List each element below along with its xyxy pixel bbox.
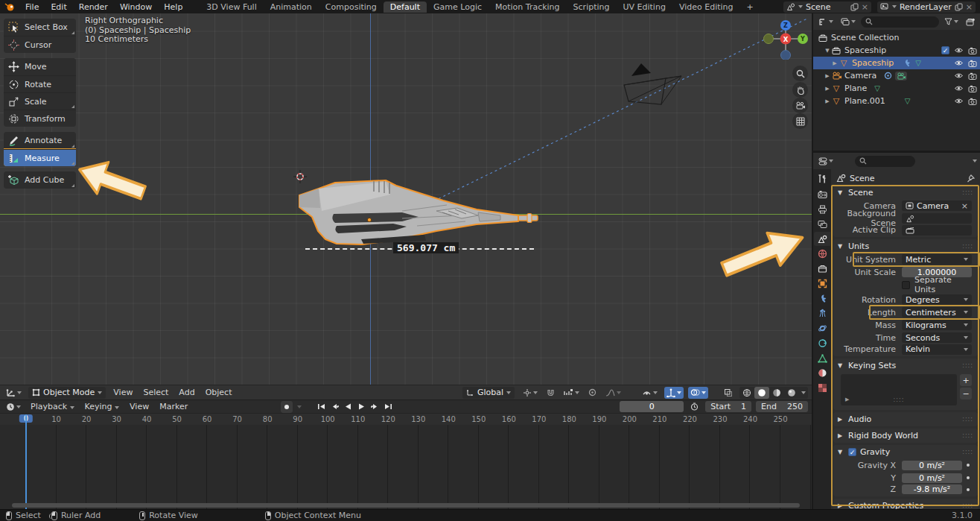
panel-rigid-header[interactable]: ▶ Rigid Body World ::::	[833, 429, 978, 443]
mass-dropdown[interactable]: Kilograms	[902, 320, 972, 330]
shading-wireframe-button[interactable]	[739, 387, 754, 399]
start-frame-field[interactable]: Start 1	[705, 401, 751, 412]
animate-gravity-z-button[interactable]	[964, 488, 972, 491]
hide-eye-icon[interactable]	[954, 98, 964, 104]
menu-help[interactable]: Help	[159, 1, 188, 13]
disclosure-icon[interactable]: ▶	[824, 98, 831, 104]
tab-object[interactable]	[814, 277, 830, 291]
menu-file[interactable]: File	[20, 1, 44, 13]
outliner-row-plane[interactable]: ▶ ▽ Plane ▽	[813, 82, 980, 95]
tab-default[interactable]: Default	[384, 1, 427, 13]
gizmo-z-neg-axis[interactable]	[781, 51, 791, 60]
timeline-editor-type-button[interactable]	[4, 401, 23, 413]
outliner-filter-button[interactable]	[942, 16, 961, 28]
tab-object-data[interactable]	[814, 351, 830, 365]
properties-search-input[interactable]	[855, 156, 915, 167]
playhead[interactable]	[25, 414, 27, 509]
outliner-row-spaceship-object[interactable]: ▶ ▽ Spaceship ▽	[813, 57, 980, 69]
render-layer-selector[interactable]: RenderLayer ×	[877, 1, 976, 13]
tool-transform[interactable]: Transform	[4, 110, 76, 127]
next-keyframe-button[interactable]	[369, 401, 381, 412]
scene-selector[interactable]: Scene ×	[783, 1, 871, 13]
disclosure-icon[interactable]: ▼	[824, 48, 831, 54]
mode-selector[interactable]: Object Mode	[28, 387, 106, 399]
shading-solid-button[interactable]	[754, 387, 769, 399]
transform-orientation-selector[interactable]: Global	[462, 387, 515, 399]
tool-scale[interactable]: Scale	[4, 92, 76, 110]
panel-custom-header[interactable]: ▶ Custom Properties ::::	[833, 499, 978, 509]
overlays-toggle-button[interactable]	[688, 387, 708, 399]
menu-view[interactable]: View	[110, 388, 136, 397]
tool-cursor[interactable]: Cursor	[4, 36, 76, 53]
properties-options-dropdown[interactable]	[973, 160, 977, 162]
new-collection-button[interactable]	[964, 16, 977, 28]
tab-physics[interactable]	[814, 321, 830, 335]
tab-game-logic[interactable]: Game Logic	[427, 1, 489, 13]
panel-gravity-header[interactable]: ▼ ✓ Gravity ::::	[833, 445, 978, 459]
menu-edit[interactable]: Edit	[45, 1, 71, 13]
outliner-row-scene-collection[interactable]: Scene Collection	[813, 31, 980, 44]
tool-annotate[interactable]: Annotate	[4, 132, 76, 149]
tool-measure[interactable]: Measure	[4, 149, 76, 166]
gravity-y-field[interactable]: 0 m/s²	[902, 473, 962, 483]
outliner-row-camera[interactable]: ▶ Camera	[813, 69, 980, 82]
menu-object[interactable]: Object	[203, 388, 235, 397]
keying-sets-list[interactable]: ▶ ::::	[841, 374, 957, 405]
tab-animation[interactable]: Animation	[264, 1, 319, 13]
tool-add-cube[interactable]: Add Cube	[4, 171, 76, 189]
animate-gravity-y-button[interactable]	[964, 476, 972, 479]
menu-window[interactable]: Window	[115, 1, 157, 13]
proportional-editing-button[interactable]	[586, 387, 599, 399]
tab-render[interactable]	[814, 187, 830, 201]
snap-settings-button[interactable]	[561, 387, 582, 399]
timeline-body[interactable]	[0, 425, 812, 509]
camera-field[interactable]: Camera ×	[902, 200, 972, 211]
unlink-scene-icon[interactable]: ×	[862, 3, 868, 11]
outliner-editor-type-button[interactable]	[816, 16, 836, 28]
shading-dropdown[interactable]	[799, 387, 808, 399]
falloff-button[interactable]	[603, 387, 623, 399]
menu-render[interactable]: Render	[74, 1, 113, 13]
separate-units-checkbox[interactable]	[902, 281, 910, 289]
hide-eye-icon[interactable]	[954, 47, 964, 54]
camera-view-button[interactable]	[792, 98, 808, 113]
editor-type-button[interactable]	[4, 387, 24, 399]
remove-keying-set-button[interactable]: −	[960, 388, 972, 400]
tab-constraints[interactable]	[814, 336, 830, 350]
tab-add-workspace[interactable]: +	[740, 1, 760, 13]
menu-select[interactable]: Select	[140, 388, 171, 397]
blender-logo-icon[interactable]	[4, 2, 16, 12]
disable-render-icon[interactable]	[968, 98, 977, 105]
pan-view-button[interactable]	[792, 82, 808, 98]
tab-texture[interactable]	[814, 381, 830, 395]
remove-layer-icon[interactable]: ×	[966, 3, 973, 11]
hide-eye-icon[interactable]	[954, 72, 964, 79]
tab-collection-props[interactable]	[814, 262, 830, 276]
tool-rotate[interactable]: Rotate	[4, 75, 76, 92]
camera-object[interactable]	[609, 61, 687, 110]
disable-render-icon[interactable]	[968, 85, 977, 92]
active-clip-field[interactable]	[902, 225, 972, 236]
3d-viewport[interactable]: 569.077 cm Right Orthographic (0) Spaces…	[0, 13, 812, 385]
new-layer-icon[interactable]	[955, 3, 963, 11]
properties-editor-type-button[interactable]	[816, 155, 836, 167]
disclosure-icon[interactable]: ▶	[831, 60, 839, 66]
rotation-dropdown[interactable]: Degrees	[902, 294, 972, 305]
shading-material-button[interactable]	[769, 387, 784, 399]
add-keying-set-button[interactable]: +	[960, 374, 972, 386]
background-scene-field[interactable]	[902, 213, 972, 224]
disable-render-icon[interactable]	[968, 72, 977, 80]
tab-material[interactable]	[814, 366, 830, 380]
tab-tool[interactable]	[814, 172, 830, 186]
disable-render-icon[interactable]	[968, 47, 977, 54]
menu-add[interactable]: Add	[176, 388, 197, 397]
end-frame-field[interactable]: End 250	[756, 401, 808, 412]
unit-system-dropdown[interactable]: Metric	[902, 254, 972, 265]
animate-gravity-x-button[interactable]	[964, 464, 972, 467]
previous-keyframe-button[interactable]	[328, 401, 341, 412]
tab-scripting[interactable]: Scripting	[567, 1, 617, 13]
time-dropdown[interactable]: Seconds	[902, 332, 972, 343]
gravity-checkbox[interactable]: ✓	[848, 448, 856, 456]
tab-particles[interactable]	[814, 306, 830, 321]
tab-modifiers[interactable]	[814, 291, 830, 306]
